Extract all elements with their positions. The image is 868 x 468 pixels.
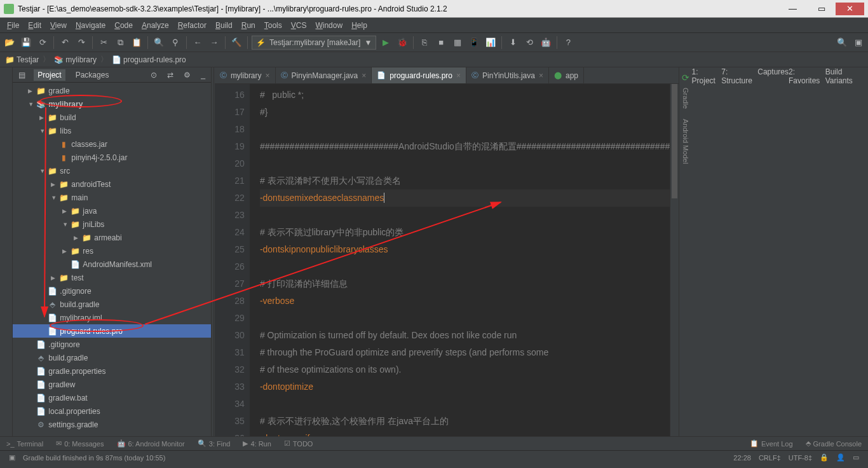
project-tab[interactable]: Project [34, 69, 65, 81]
code-line[interactable] [260, 121, 670, 138]
tree-item-res[interactable]: ▶📁res [13, 244, 211, 258]
bottom-tab-4--run[interactable]: ▶4: Run [236, 439, 277, 448]
tool-tab-favorites[interactable]: 2: Favorites [789, 67, 825, 436]
code-line[interactable] [260, 155, 670, 172]
code-editor[interactable]: 1617181920212223242526272829303132333435… [215, 84, 679, 436]
menu-analyze[interactable]: Analyze [137, 21, 173, 30]
paste-icon[interactable]: 📋 [130, 36, 144, 50]
code-line[interactable]: # public *; [260, 86, 670, 104]
lock-icon[interactable]: 🔒 [816, 453, 832, 462]
tool-tab-project[interactable]: 1: Project [692, 67, 722, 436]
tree-item-test[interactable]: ▶📁test [13, 271, 211, 284]
tool-tab-gradle[interactable]: Gradle [682, 83, 689, 114]
tree-item-classes-jar[interactable]: ▮classes.jar [13, 137, 211, 151]
menu-vcs[interactable]: VCS [287, 21, 311, 30]
search-everywhere-icon[interactable]: 🔍 [835, 36, 849, 50]
bottom-tab-todo[interactable]: ☑TODO [278, 439, 320, 448]
sdk-icon[interactable]: ⬇ [506, 36, 520, 50]
run-configuration-dropdown[interactable]: ⚡ Testjar:mylibrary [makeJar] ▼ [252, 36, 376, 50]
code-line[interactable]: -dontpreverify [260, 430, 670, 436]
tree-item-pinyin4j-2-5-0-jar[interactable]: ▮pinyin4j-2.5.0.jar [13, 151, 211, 164]
monitor-icon[interactable]: 📊 [484, 36, 498, 50]
code-line[interactable]: # 表示不跳过library中的非public的类 [260, 224, 670, 241]
close-tab-icon[interactable]: × [266, 71, 270, 80]
attach-icon[interactable]: ⎘ [417, 36, 431, 50]
gradle-sync-ok-icon[interactable]: ⟳ [682, 72, 689, 83]
code-line[interactable]: -dontoptimize [260, 378, 670, 396]
tool-tab-buildvariants[interactable]: Build Variants [825, 67, 868, 436]
code-line[interactable]: # through the ProGuard optimize and prev… [260, 344, 670, 361]
editor-tab-mylibrary[interactable]: Ⓒmylibrary× [215, 67, 276, 83]
code-line[interactable] [260, 310, 670, 327]
code-line[interactable] [260, 207, 670, 224]
tree-item-gradle-properties[interactable]: 📄gradle.properties [13, 364, 211, 378]
help-icon[interactable]: ? [561, 36, 575, 50]
bottom-tab-0--messages[interactable]: ✉0: Messages [50, 439, 110, 448]
menu-tools[interactable]: Tools [260, 21, 287, 30]
layout-toggle-icon[interactable]: ▣ [851, 36, 865, 50]
bottom-tab-event-log[interactable]: 📋Event Log [743, 439, 799, 448]
open-icon[interactable]: 📂 [3, 36, 17, 50]
project-tree[interactable]: ▶📁gradle▼📚mylibrary▶📁build▼📁libs▮classes… [13, 83, 211, 436]
layout-icon[interactable]: ▦ [451, 36, 465, 50]
code-content[interactable]: # public *;#}###########################… [250, 84, 670, 436]
packages-tab[interactable]: Packages [72, 69, 113, 81]
code-line[interactable] [260, 258, 670, 275]
tree-item-androidtest[interactable]: ▶📁androidTest [13, 177, 211, 191]
menu-edit[interactable]: Edit [24, 21, 46, 30]
tree-item-mylibrary-iml[interactable]: 📄mylibrary.iml [13, 311, 211, 324]
android-icon[interactable]: 🤖 [539, 36, 553, 50]
tool-tab-captures[interactable]: Captures [757, 67, 789, 436]
editor-tab-pinyinmanager-java[interactable]: ⒸPinyinManager.java× [276, 67, 372, 83]
code-line[interactable]: # of these optimizations on its own). [260, 361, 670, 378]
tool-tab-androidmodel[interactable]: Android Model [682, 114, 689, 169]
replace-icon[interactable]: ⚲ [168, 36, 182, 50]
code-line[interactable]: #} [260, 104, 670, 121]
autoscroll-icon[interactable]: ⇄ [165, 71, 175, 79]
menu-view[interactable]: View [46, 21, 71, 30]
collapse-icon[interactable]: ⊙ [149, 71, 159, 79]
tree-item-proguard-rules-pro[interactable]: 📄proguard-rules.pro [13, 324, 211, 338]
run-button[interactable]: ▶ [379, 36, 393, 50]
menu-build[interactable]: Build [211, 21, 237, 30]
code-line[interactable]: # 打印混淆的详细信息 [260, 275, 670, 292]
editor-scrollbar[interactable] [670, 84, 679, 436]
breadcrumb-item[interactable]: 📁Testjar [3, 55, 41, 64]
status-encoding[interactable]: UTF-8‡ [785, 454, 816, 462]
breadcrumb-item[interactable]: 📚mylibrary [51, 55, 99, 64]
editor-tab-app[interactable]: ⬤app [549, 67, 584, 83]
cut-icon[interactable]: ✂ [97, 36, 111, 50]
copy-icon[interactable]: ⧉ [113, 36, 127, 50]
bottom-tab-6--android-monitor[interactable]: 🤖6: Android Monitor [111, 439, 191, 448]
undo-icon[interactable]: ↶ [58, 36, 72, 50]
code-line[interactable]: -dontusemixedcaseclassnames [260, 189, 670, 207]
tree-item-androidmanifest-xml[interactable]: 📄AndroidManifest.xml [13, 258, 211, 271]
tree-item-build-gradle[interactable]: ⬘build.gradle [13, 298, 211, 311]
status-icon[interactable]: ▣ [5, 453, 19, 462]
sync-icon[interactable]: ⟳ [36, 36, 50, 50]
make-icon[interactable]: 🔨 [229, 36, 243, 50]
avd-icon[interactable]: 📱 [467, 36, 481, 50]
back-icon[interactable]: ← [191, 36, 205, 50]
menu-refactor[interactable]: Refactor [173, 21, 211, 30]
tree-item-main[interactable]: ▼📁main [13, 191, 211, 204]
code-line[interactable]: -dontskipnonpubliclibraryclasses [260, 241, 670, 258]
tree-item-gradlew-bat[interactable]: 📄gradlew.bat [13, 391, 211, 404]
settings-gear-icon[interactable]: ⚙ [182, 71, 193, 79]
tree-item-build-gradle[interactable]: ⬘build.gradle [13, 351, 211, 364]
close-tab-icon[interactable]: × [539, 71, 543, 80]
project-view-icon[interactable]: ▤ [17, 71, 27, 79]
hector-icon[interactable]: 👤 [832, 453, 849, 462]
tree-item-src[interactable]: ▼📁src [13, 164, 211, 177]
bottom-tab-3--find[interactable]: 🔍3: Find [191, 439, 237, 448]
redo-icon[interactable]: ↷ [74, 36, 88, 50]
code-line[interactable]: ############################AndroidStudi… [260, 138, 670, 155]
window-close-button[interactable]: ✕ [836, 3, 864, 15]
tree-item-settings-gradle[interactable]: ⚙settings.gradle [13, 418, 211, 431]
breadcrumb-item[interactable]: 📄proguard-rules.pro [109, 55, 189, 64]
debug-button[interactable]: 🐞 [395, 36, 409, 50]
close-tab-icon[interactable]: × [456, 71, 461, 80]
tree-item--gitignore[interactable]: 📄.gitignore [13, 284, 211, 298]
scroll-thumb[interactable] [672, 84, 677, 198]
find-icon[interactable]: 🔍 [152, 36, 166, 50]
